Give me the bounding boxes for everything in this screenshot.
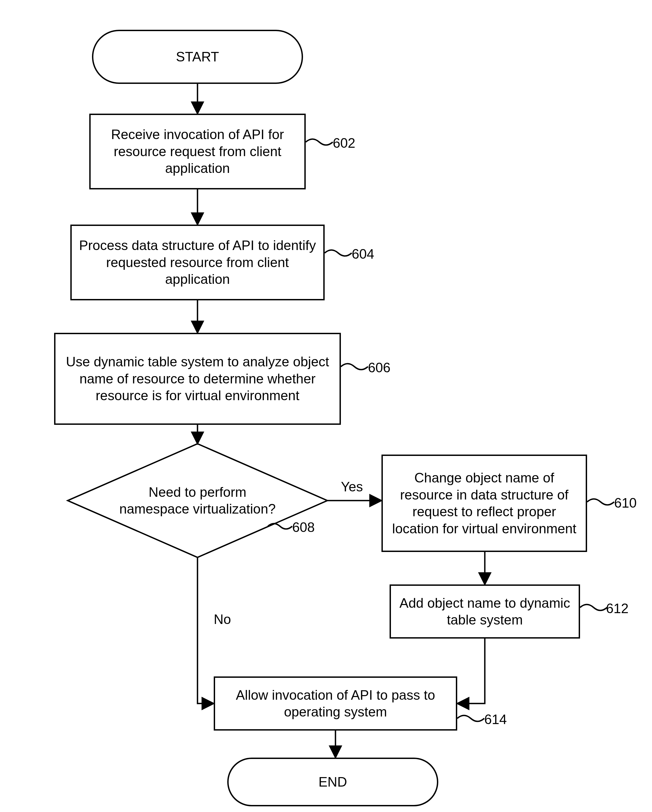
flowchart-canvas: START Receive invocation of API for reso…	[0, 0, 652, 812]
process-604-text: Process data structure of API to identif…	[77, 237, 318, 288]
squiggle-604	[325, 250, 352, 256]
process-610: Change object name of resource in data s…	[382, 455, 587, 552]
ref-602: 602	[333, 135, 355, 151]
end-label: END	[318, 774, 347, 791]
squiggle-608	[268, 524, 292, 529]
decision-608-text: Need to perform namespace virtualization…	[119, 484, 276, 517]
start-label: START	[176, 49, 219, 66]
process-612: Add object name to dynamic table system	[389, 585, 580, 638]
process-602: Receive invocation of API for resource r…	[89, 114, 306, 189]
ref-614: 614	[484, 711, 507, 727]
ref-604: 604	[352, 246, 374, 262]
process-614: Allow invocation of API to pass to opera…	[214, 676, 457, 731]
edge-label-no: No	[214, 612, 231, 627]
end-terminator: END	[227, 758, 438, 806]
start-terminator: START	[92, 30, 303, 84]
process-604: Process data structure of API to identif…	[70, 224, 325, 300]
squiggle-614	[457, 716, 484, 721]
ref-608: 608	[292, 519, 315, 535]
process-612-text: Add object name to dynamic table system	[396, 595, 573, 629]
squiggle-610	[587, 499, 614, 505]
squiggle-612	[580, 604, 607, 611]
process-606: Use dynamic table system to analyze obje…	[54, 333, 341, 425]
process-602-text: Receive invocation of API for resource r…	[96, 126, 299, 177]
ref-612: 612	[606, 601, 629, 617]
process-606-text: Use dynamic table system to analyze obje…	[61, 353, 334, 404]
decision-608: Need to perform namespace virtualization…	[114, 479, 281, 522]
squiggle-602	[306, 139, 333, 145]
process-610-text: Change object name of resource in data s…	[388, 469, 580, 537]
squiggle-606	[341, 364, 368, 369]
edge-label-yes: Yes	[341, 479, 363, 495]
process-614-text: Allow invocation of API to pass to opera…	[220, 687, 450, 720]
ref-606: 606	[368, 360, 390, 375]
ref-610: 610	[614, 495, 637, 511]
